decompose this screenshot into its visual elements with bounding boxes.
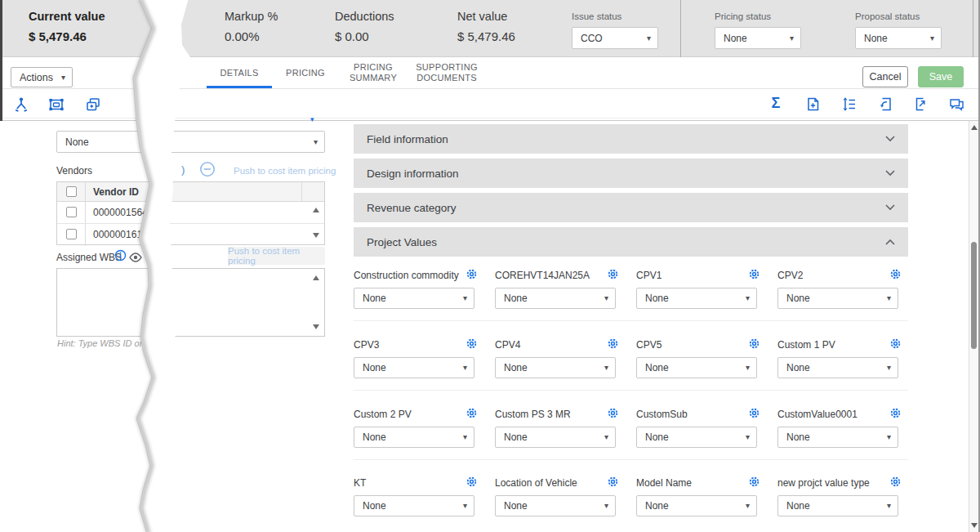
field-label: CustomValue0001: [777, 409, 858, 420]
scroll-down-arrow[interactable]: [971, 523, 978, 528]
chevron-down-icon: ▾: [604, 294, 608, 302]
project-value-field: CPV2 None ▾: [777, 270, 908, 311]
chevron-down-icon: ▾: [887, 502, 891, 510]
chevron-down-icon: ▾: [604, 364, 608, 372]
settings-gear-icon[interactable]: [607, 338, 619, 353]
dropdown-value: None: [363, 500, 386, 512]
dropdown-value: None: [786, 431, 810, 443]
settings-gear-icon[interactable]: [748, 338, 760, 353]
project-values-grid: Construction commodity None ▾ COREHVT14J…: [0, 0, 980, 532]
settings-gear-icon[interactable]: [889, 338, 902, 353]
field-dropdown[interactable]: None ▾: [777, 427, 898, 448]
project-value-field: Custom 1 PV None ▾: [777, 339, 908, 380]
chevron-down-icon: ▾: [604, 502, 608, 510]
project-value-field: CustomSub None ▾: [636, 409, 767, 449]
field-label: KT: [354, 477, 366, 489]
project-value-field: CPV1 None ▾: [636, 270, 767, 311]
dropdown-value: None: [645, 362, 669, 373]
dropdown-value: None: [504, 431, 528, 443]
dropdown-value: None: [363, 362, 386, 373]
field-dropdown[interactable]: None ▾: [495, 495, 616, 516]
chevron-down-icon: ▾: [887, 294, 891, 302]
field-label: Custom PS 3 MR: [495, 409, 571, 420]
settings-gear-icon[interactable]: [748, 407, 760, 422]
settings-gear-icon[interactable]: [889, 476, 902, 491]
project-value-field: CPV5 None ▾: [636, 339, 767, 380]
settings-gear-icon[interactable]: [466, 407, 478, 422]
chevron-down-icon: ▾: [746, 294, 750, 302]
field-dropdown[interactable]: None ▾: [636, 357, 757, 378]
window-left-edge: [0, 0, 2, 121]
settings-gear-icon[interactable]: [607, 268, 619, 284]
chevron-down-icon: ▾: [746, 433, 750, 441]
field-dropdown[interactable]: None ▾: [777, 357, 898, 378]
row-separator: [354, 459, 908, 460]
project-value-field: Location of Vehicle None ▾: [495, 477, 626, 518]
project-value-field: Model Name None ▾: [636, 477, 767, 518]
dropdown-value: None: [504, 500, 528, 512]
row-separator: [354, 390, 908, 391]
project-value-field: new projct value type None ▾: [777, 477, 908, 518]
project-value-field: Construction commodity None ▾: [354, 270, 484, 311]
settings-gear-icon[interactable]: [889, 407, 902, 422]
field-dropdown[interactable]: None ▾: [777, 495, 898, 516]
field-label: Location of Vehicle: [495, 477, 577, 489]
settings-gear-icon[interactable]: [607, 476, 619, 491]
chevron-down-icon: ▾: [463, 433, 467, 441]
settings-gear-icon[interactable]: [607, 407, 619, 422]
settings-gear-icon[interactable]: [748, 476, 760, 491]
settings-gear-icon[interactable]: [466, 476, 478, 491]
settings-gear-icon[interactable]: [748, 268, 760, 284]
field-dropdown[interactable]: None ▾: [636, 495, 757, 516]
dropdown-value: None: [363, 431, 386, 443]
field-dropdown[interactable]: None ▾: [495, 427, 616, 448]
field-dropdown[interactable]: None ▾: [354, 427, 474, 448]
scroll-up-arrow[interactable]: [971, 125, 978, 130]
field-dropdown[interactable]: None ▾: [636, 427, 757, 448]
field-label: CPV4: [495, 339, 520, 351]
field-label: CustomSub: [636, 409, 688, 420]
settings-gear-icon[interactable]: [889, 268, 902, 284]
dropdown-value: None: [786, 362, 810, 373]
change-order-page: Current value $ 5,479.46 Markup % 0.00% …: [0, 0, 980, 532]
dropdown-value: None: [504, 293, 528, 304]
project-value-field: Custom 2 PV None ▾: [354, 409, 484, 449]
field-label: Custom 1 PV: [777, 339, 835, 351]
project-value-field: CPV4 None ▾: [495, 339, 626, 380]
field-dropdown[interactable]: None ▾: [495, 357, 616, 378]
field-label: new projct value type: [777, 477, 870, 489]
dropdown-value: None: [645, 293, 669, 304]
chevron-down-icon: ▾: [746, 502, 750, 510]
project-value-field: KT None ▾: [354, 477, 484, 518]
settings-gear-icon[interactable]: [466, 268, 478, 284]
field-label: Custom 2 PV: [354, 409, 412, 420]
chevron-down-icon: ▾: [463, 294, 467, 302]
field-dropdown[interactable]: None ▾: [354, 495, 474, 516]
row-separator: [354, 320, 908, 321]
settings-gear-icon[interactable]: [466, 338, 478, 353]
field-dropdown[interactable]: None ▾: [354, 288, 474, 309]
project-value-field: COREHVT14JAN25A None ▾: [495, 270, 626, 311]
chevron-down-icon: ▾: [746, 364, 750, 372]
field-dropdown[interactable]: None ▾: [636, 288, 757, 309]
field-label: Construction commodity: [354, 270, 459, 281]
chevron-down-icon: ▾: [463, 502, 467, 510]
scrollbar-thumb[interactable]: [971, 242, 977, 349]
dropdown-value: None: [786, 293, 810, 304]
field-label: CPV2: [777, 270, 803, 281]
field-label: CPV1: [636, 270, 662, 281]
field-dropdown[interactable]: None ▾: [777, 288, 898, 309]
chevron-down-icon: ▾: [887, 364, 891, 372]
project-value-field: CustomValue0001 None ▾: [777, 409, 908, 449]
dropdown-value: None: [645, 431, 669, 443]
dropdown-value: None: [645, 500, 669, 512]
field-dropdown[interactable]: None ▾: [495, 288, 616, 309]
project-value-field: CPV3 None ▾: [354, 339, 484, 380]
dropdown-value: None: [786, 500, 810, 512]
field-label: CPV5: [636, 339, 662, 351]
dropdown-value: None: [363, 293, 386, 304]
field-dropdown[interactable]: None ▾: [354, 357, 474, 378]
chevron-down-icon: ▾: [604, 433, 608, 441]
field-label: COREHVT14JAN25A: [495, 270, 590, 281]
chevron-down-icon: ▾: [887, 433, 891, 441]
